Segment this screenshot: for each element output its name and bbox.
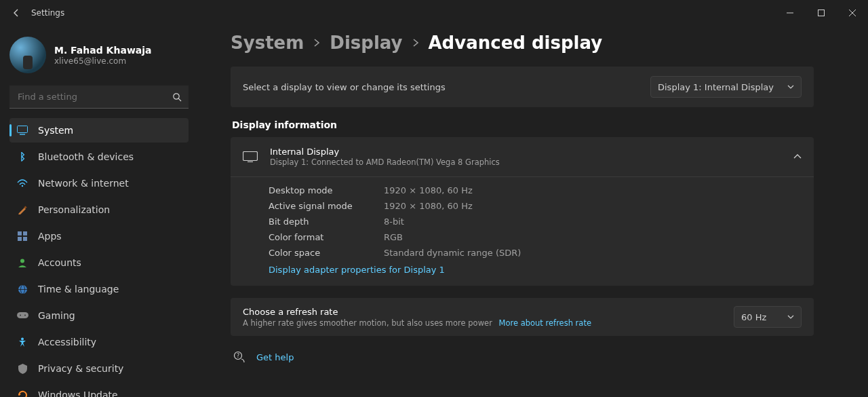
network-icon xyxy=(16,177,28,189)
nav-item-update[interactable]: Windows Update xyxy=(9,383,189,397)
info-row: Active signal mode1920 × 1080, 60 Hz xyxy=(269,198,802,214)
accessibility-icon xyxy=(16,336,28,348)
nav-label: Network & internet xyxy=(38,178,129,189)
breadcrumb-current: Advanced display xyxy=(429,33,603,53)
window-title: Settings xyxy=(31,8,64,18)
search-box xyxy=(9,86,189,109)
monitor-icon xyxy=(243,151,258,162)
chevron-up-icon[interactable] xyxy=(793,154,802,159)
svg-rect-4 xyxy=(18,126,28,133)
get-help-link[interactable]: ? Get help xyxy=(231,351,814,363)
nav-label: Bluetooth & devices xyxy=(38,151,134,162)
display-info-subtitle: Display 1: Connected to AMD Radeon(TM) V… xyxy=(270,157,500,167)
refresh-rate-panel: Choose a refresh rate A higher rate give… xyxy=(231,298,814,336)
titlebar: Settings xyxy=(0,0,868,26)
refresh-rate-value: 60 Hz xyxy=(741,312,766,322)
search-icon xyxy=(172,92,182,102)
nav-item-bluetooth[interactable]: ᛒ Bluetooth & devices xyxy=(9,145,189,169)
svg-rect-16 xyxy=(17,312,28,318)
sidebar: M. Fahad Khawaja xlive65@live.com System… xyxy=(0,26,198,397)
nav-item-accessibility[interactable]: Accessibility xyxy=(9,330,189,354)
profile-email: xlive65@live.com xyxy=(54,56,152,66)
window-controls xyxy=(774,0,868,26)
avatar xyxy=(9,37,46,73)
svg-rect-10 xyxy=(18,237,22,241)
breadcrumb-system[interactable]: System xyxy=(231,33,304,53)
display-select-value: Display 1: Internal Display xyxy=(658,82,774,92)
nav-item-gaming[interactable]: Gaming xyxy=(9,303,189,328)
svg-rect-9 xyxy=(23,231,27,235)
help-icon: ? xyxy=(233,351,245,363)
nav-item-accounts[interactable]: Accounts xyxy=(9,250,189,275)
nav-item-personalization[interactable]: Personalization xyxy=(9,197,189,222)
chevron-down-icon xyxy=(787,315,794,319)
more-about-refresh-link[interactable]: More about refresh rate xyxy=(499,318,591,328)
display-info-heading: Display information xyxy=(232,119,814,130)
nav-label: Apps xyxy=(38,231,62,242)
display-select-label: Select a display to view or change its s… xyxy=(243,82,446,92)
svg-rect-8 xyxy=(18,231,22,235)
svg-point-17 xyxy=(20,315,21,316)
bluetooth-icon: ᛒ xyxy=(16,151,28,163)
info-row: Desktop mode1920 × 1080, 60 Hz xyxy=(269,183,802,198)
breadcrumb: System Display Advanced display xyxy=(231,33,814,53)
svg-rect-1 xyxy=(818,10,825,16)
refresh-rate-title: Choose a refresh rate xyxy=(243,307,591,317)
nav-label: Accessibility xyxy=(38,337,96,347)
nav-label: Privacy & security xyxy=(38,363,123,374)
display-adapter-properties-link[interactable]: Display adapter properties for Display 1 xyxy=(269,261,802,276)
nav-item-apps[interactable]: Apps xyxy=(9,224,189,248)
content: System Display Advanced display Select a… xyxy=(198,26,868,397)
apps-icon xyxy=(16,230,28,242)
nav-label: Time & language xyxy=(38,284,119,295)
nav-label: Gaming xyxy=(38,310,75,321)
nav-item-network[interactable]: Network & internet xyxy=(9,171,189,195)
info-row: Color spaceStandard dynamic range (SDR) xyxy=(269,245,802,261)
svg-point-6 xyxy=(22,185,23,187)
nav-label: Personalization xyxy=(38,204,110,215)
info-row: Bit depth8-bit xyxy=(269,214,802,229)
search-input[interactable] xyxy=(9,86,189,109)
time-icon xyxy=(16,283,28,295)
svg-point-19 xyxy=(21,338,24,341)
refresh-rate-subtitle: A higher rate gives smoother motion, but… xyxy=(243,318,591,328)
profile-block[interactable]: M. Fahad Khawaja xlive65@live.com xyxy=(9,37,189,73)
display-info-header[interactable]: Internal Display Display 1: Connected to… xyxy=(231,137,814,176)
nav-label: Windows Update xyxy=(38,390,118,397)
svg-rect-11 xyxy=(23,237,27,241)
nav-item-time[interactable]: Time & language xyxy=(9,277,189,301)
update-icon xyxy=(16,389,28,397)
profile-name: M. Fahad Khawaja xyxy=(54,45,152,56)
chevron-right-icon xyxy=(412,38,419,48)
personalization-icon xyxy=(16,204,28,216)
breadcrumb-display[interactable]: Display xyxy=(330,33,402,53)
nav-label: System xyxy=(38,125,73,136)
display-select-panel: Select a display to view or change its s… xyxy=(231,67,814,107)
nav-label: Accounts xyxy=(38,257,81,268)
nav-item-privacy[interactable]: Privacy & security xyxy=(9,356,189,381)
nav: System ᛒ Bluetooth & devices Network & i… xyxy=(9,118,189,397)
svg-line-3 xyxy=(178,98,181,101)
chevron-right-icon xyxy=(313,38,320,48)
svg-text:?: ? xyxy=(237,353,239,359)
refresh-rate-dropdown[interactable]: 60 Hz xyxy=(734,306,802,328)
privacy-icon xyxy=(16,362,28,375)
get-help-label: Get help xyxy=(256,352,294,362)
svg-point-12 xyxy=(20,259,24,263)
svg-rect-20 xyxy=(243,152,258,161)
minimize-button[interactable] xyxy=(774,0,806,26)
display-info-panel: Internal Display Display 1: Connected to… xyxy=(231,137,814,286)
display-info-title: Internal Display xyxy=(270,147,500,157)
chevron-down-icon xyxy=(787,85,794,89)
display-select-dropdown[interactable]: Display 1: Internal Display xyxy=(650,76,802,98)
nav-item-system[interactable]: System xyxy=(9,118,189,143)
close-button[interactable] xyxy=(837,0,868,26)
svg-point-18 xyxy=(24,315,26,316)
gaming-icon xyxy=(16,309,28,322)
info-row: Color formatRGB xyxy=(269,229,802,245)
back-button[interactable] xyxy=(9,6,23,20)
maximize-button[interactable] xyxy=(806,0,837,26)
system-icon xyxy=(16,124,28,136)
accounts-icon xyxy=(16,257,28,269)
display-info-body: Desktop mode1920 × 1080, 60 Hz Active si… xyxy=(231,176,814,286)
